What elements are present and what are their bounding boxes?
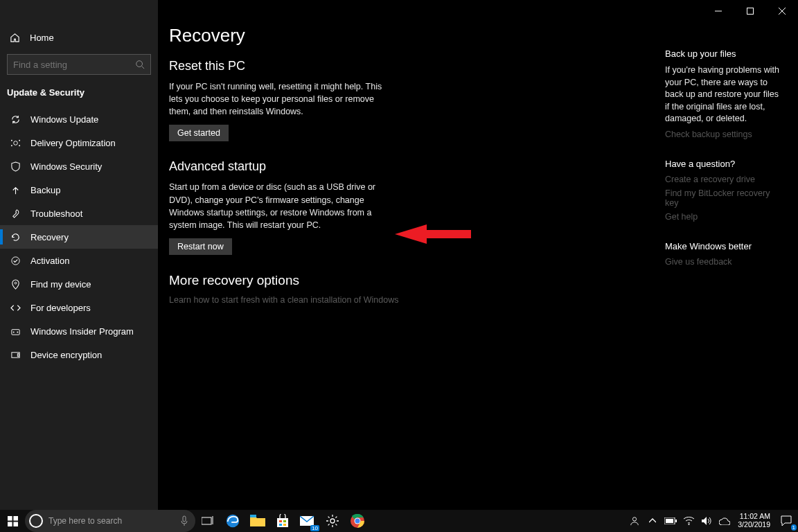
tray-people-icon[interactable] <box>626 510 644 532</box>
sidebar-item-label: Troubleshoot <box>30 209 82 219</box>
maximize-button[interactable] <box>734 0 766 22</box>
find-device-icon <box>10 278 21 290</box>
backup-icon <box>10 184 21 195</box>
advanced-body: Start up from a device or disc (such as … <box>169 181 391 231</box>
question-heading: Have a question? <box>665 159 783 169</box>
tray-battery-icon[interactable] <box>662 510 680 532</box>
svg-rect-12 <box>11 352 19 357</box>
taskbar-search[interactable]: Type here to search <box>25 510 195 532</box>
restart-now-button[interactable]: Restart now <box>169 238 232 255</box>
sidebar-item-find-my-device[interactable]: Find my device <box>0 272 158 296</box>
main-content: Recovery Reset this PC If your PC isn't … <box>169 25 633 305</box>
advanced-heading: Advanced startup <box>169 159 633 174</box>
svg-rect-24 <box>283 520 286 522</box>
search-icon <box>135 60 145 69</box>
taskbar-app-store[interactable] <box>270 510 295 532</box>
shield-icon <box>10 161 21 172</box>
svg-rect-22 <box>277 518 288 527</box>
more-options-heading: More recovery options <box>169 273 633 288</box>
taskbar-app-edge[interactable] <box>220 510 245 532</box>
sidebar-item-troubleshoot[interactable]: Troubleshoot <box>0 202 158 225</box>
sidebar-item-delivery-optimization[interactable]: Delivery Optimization <box>0 131 158 154</box>
sidebar-item-backup[interactable]: Backup <box>0 178 158 202</box>
svg-rect-19 <box>202 517 211 524</box>
clock-date: 3/20/2019 <box>738 521 770 529</box>
sidebar-item-recovery[interactable]: Recovery <box>0 225 158 249</box>
svg-rect-35 <box>675 520 677 522</box>
svg-rect-23 <box>279 520 282 522</box>
action-center-button[interactable]: 1 <box>774 510 798 532</box>
sidebar-section-title: Update & Security <box>0 82 158 107</box>
start-fresh-link[interactable]: Learn how to start fresh with a clean in… <box>169 295 633 305</box>
sidebar-item-label: Find my device <box>30 279 91 290</box>
taskbar-app-mail[interactable]: 10 <box>295 510 320 532</box>
check-backup-settings-link[interactable]: Check backup settings <box>665 130 783 139</box>
svg-rect-21 <box>250 515 256 517</box>
taskbar-app-chrome[interactable] <box>345 510 370 532</box>
taskbar: Type here to search 10 11:02 AM 3/ <box>0 510 798 532</box>
cortana-icon <box>29 514 43 528</box>
svg-point-1 <box>136 61 143 67</box>
svg-rect-25 <box>279 524 282 526</box>
annotation-arrow <box>395 224 471 244</box>
sync-icon <box>10 114 21 125</box>
reset-heading: Reset this PC <box>169 59 633 73</box>
sidebar-nav: Windows Update Delivery Optimization Win… <box>0 107 158 366</box>
create-recovery-drive-link[interactable]: Create a recovery drive <box>665 175 783 184</box>
taskbar-app-settings[interactable] <box>320 510 345 532</box>
sidebar-item-label: Activation <box>30 256 69 266</box>
backup-body: If you're having problems with your PC, … <box>665 64 783 125</box>
home-icon <box>10 33 20 43</box>
taskbar-app-explorer[interactable] <box>245 510 270 532</box>
sidebar-item-windows-security[interactable]: Windows Security <box>0 154 158 178</box>
encryption-icon <box>10 349 21 360</box>
svg-rect-14 <box>8 516 12 521</box>
svg-rect-15 <box>13 516 18 521</box>
tray-onedrive-icon[interactable] <box>716 510 734 532</box>
svg-point-7 <box>11 256 19 264</box>
right-panel: Back up your files If you're having prob… <box>665 48 783 286</box>
get-started-button[interactable]: Get started <box>169 125 229 141</box>
feedback-heading: Make Windows better <box>665 241 783 251</box>
svg-point-8 <box>15 282 17 284</box>
tray-wifi-icon[interactable] <box>680 510 698 532</box>
search-input[interactable] <box>13 60 135 70</box>
task-view-button[interactable] <box>195 510 220 532</box>
tray-overflow-icon[interactable] <box>644 510 662 532</box>
sidebar-home[interactable]: Home <box>0 25 158 50</box>
sidebar-item-insider-program[interactable]: Windows Insider Program <box>0 319 158 343</box>
sidebar-home-label: Home <box>30 33 54 43</box>
svg-rect-13 <box>17 353 19 356</box>
developers-icon <box>10 302 21 313</box>
sidebar-item-windows-update[interactable]: Windows Update <box>0 107 158 131</box>
svg-rect-0 <box>747 8 754 15</box>
sidebar-item-device-encryption[interactable]: Device encryption <box>0 343 158 366</box>
recovery-icon <box>10 231 21 242</box>
svg-point-2 <box>13 141 17 145</box>
backup-heading: Back up your files <box>665 48 783 59</box>
close-button[interactable] <box>766 0 798 22</box>
svg-rect-17 <box>13 522 18 526</box>
give-feedback-link[interactable]: Give us feedback <box>665 257 783 267</box>
sidebar-item-label: Backup <box>30 185 60 195</box>
sidebar-item-activation[interactable]: Activation <box>0 249 158 272</box>
taskbar-search-placeholder: Type here to search <box>48 516 122 526</box>
find-bitlocker-key-link[interactable]: Find my BitLocker recovery key <box>665 188 783 208</box>
get-help-link[interactable]: Get help <box>665 212 783 222</box>
start-button[interactable] <box>0 510 25 532</box>
sidebar-item-label: Delivery Optimization <box>30 138 116 148</box>
svg-rect-9 <box>11 329 19 335</box>
sidebar-item-for-developers[interactable]: For developers <box>0 296 158 319</box>
microphone-icon[interactable] <box>180 515 188 526</box>
notification-badge: 1 <box>791 524 797 531</box>
sidebar-search[interactable] <box>7 54 151 75</box>
tray-volume-icon[interactable] <box>698 510 716 532</box>
sidebar-item-label: Device encryption <box>30 350 102 360</box>
troubleshoot-icon <box>10 208 21 219</box>
activation-icon <box>10 255 21 266</box>
reset-body: If your PC isn't running well, resetting… <box>169 80 391 118</box>
sidebar-item-label: For developers <box>30 303 91 313</box>
taskbar-clock[interactable]: 11:02 AM 3/20/2019 <box>734 513 774 529</box>
sidebar: Home Update & Security Windows Update De… <box>0 0 158 510</box>
minimize-button[interactable] <box>702 0 734 22</box>
